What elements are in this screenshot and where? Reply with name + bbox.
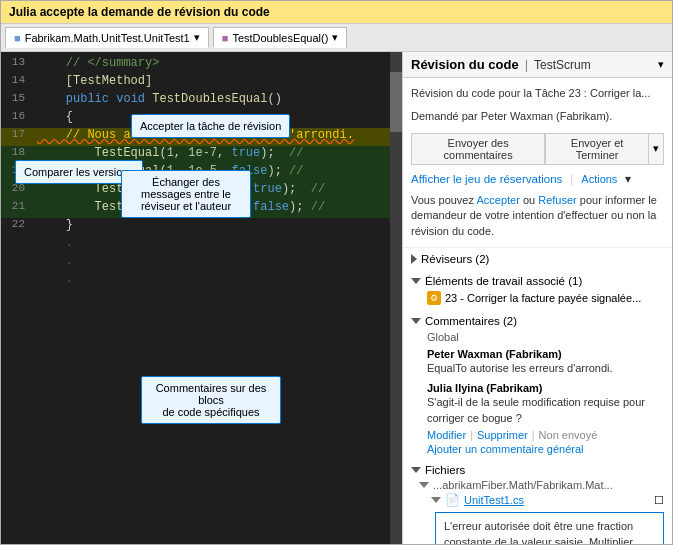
work-item-text[interactable]: 23 - Corriger la facture payée signalée.… — [445, 292, 641, 304]
tab-unittest-icon: ■ — [14, 32, 21, 44]
comment-2: Julia Ilyina (Fabrikam) S'agit-il de la … — [427, 379, 664, 441]
code-line-14: 14 [TestMethod] — [1, 74, 402, 92]
file-path-triangle — [419, 482, 429, 488]
file-checkbox[interactable]: ☐ — [654, 494, 664, 507]
callout-comments-text: Commentaires sur des blocsde code spécif… — [156, 382, 267, 418]
code-line-15: 15 public void TestDoublesEqual() — [1, 92, 402, 110]
code-line-dots1: . — [1, 236, 402, 254]
title-text: Julia accepte la demande de révision du … — [9, 5, 270, 19]
scrollbar-thumb[interactable] — [390, 72, 402, 132]
code-line-dots3: . — [1, 272, 402, 290]
work-item-1: ⚙ 23 - Corriger la facture payée signalé… — [427, 289, 664, 307]
modify-link[interactable]: Modifier — [427, 429, 466, 441]
comments-content: Global Peter Waxman (Fabrikam) EqualTo a… — [411, 329, 664, 457]
file-callout-text: L'erreur autorisée doit être une fractio… — [444, 520, 633, 544]
actions-link[interactable]: Actions — [581, 173, 617, 185]
accept-link[interactable]: Accepter — [476, 194, 519, 206]
file-cs-icon: 📄 — [445, 493, 460, 507]
accept-refuse-text: Vous pouvez Accepter ou Refuser pour inf… — [411, 189, 664, 243]
tab-unittest-dropdown[interactable]: ▾ — [194, 31, 200, 44]
files-header[interactable]: Fichiers — [411, 462, 664, 478]
code-line-13: 13 // </summary> — [1, 56, 402, 74]
comments-header[interactable]: Commentaires (2) — [411, 313, 664, 329]
scrollbar-track[interactable] — [390, 52, 402, 544]
callout-accept: Accepter la tâche de révision — [131, 114, 290, 138]
comments-triangle — [411, 318, 421, 324]
right-panel-dropdown[interactable]: ▾ — [658, 58, 664, 71]
tab-testdoubles[interactable]: ■ TestDoublesEqual() ▾ — [213, 27, 348, 48]
not-sent-status: Non envoyé — [539, 429, 598, 441]
filename-link[interactable]: UnitTest1.cs — [464, 494, 524, 506]
send-buttons-row: Envoyer des commentaires Envoyer et Term… — [411, 129, 664, 169]
files-label: Fichiers — [425, 464, 465, 476]
callout-compare-text: Comparer les versions — [24, 166, 134, 178]
work-items-content: ⚙ 23 - Corriger la facture payée signalé… — [411, 289, 664, 307]
send-finish-dropdown[interactable]: ▾ — [649, 133, 664, 165]
left-panel: 13 // </summary> 14 [TestMethod] 15 publ… — [1, 52, 402, 544]
right-panel: Révision du code | TestScrum ▾ Révision … — [402, 52, 672, 544]
file-path-text: ...abrikamFiber.Math/Fabrikam.Mat... — [433, 479, 613, 491]
work-item-icon: ⚙ — [427, 291, 441, 305]
callout-exchange: Échanger des messages entre le réviseur … — [121, 170, 251, 218]
callout-exchange-text: Échanger des messages entre le réviseur … — [141, 176, 231, 212]
files-section: Fichiers ...abrikamFiber.Math/Fabrikam.M… — [403, 460, 672, 544]
info-line1: Révision du code pour la Tâche 23 : Corr… — [411, 82, 664, 105]
reviewers-header[interactable]: Réviseurs (2) — [411, 251, 664, 267]
comment-2-text: S'agit-il de la seule modification requi… — [427, 394, 664, 429]
right-panel-subtitle: TestScrum — [534, 58, 591, 72]
work-items-section: Éléments de travail associé (1) ⚙ 23 - C… — [403, 270, 672, 310]
right-panel-header: Révision du code | TestScrum ▾ — [403, 52, 672, 78]
tab-testdoubles-icon: ■ — [222, 32, 229, 44]
comments-section: Commentaires (2) Global Peter Waxman (Fa… — [403, 310, 672, 460]
code-line-22: 22 } — [1, 218, 402, 236]
reviewers-triangle — [411, 254, 417, 264]
code-line-dots2: . — [1, 254, 402, 272]
file-unittest-triangle — [431, 497, 441, 503]
right-panel-title: Révision du code — [411, 57, 519, 72]
send-finish-button[interactable]: Envoyer et Terminer — [545, 133, 649, 165]
reviewers-section: Réviseurs (2) — [403, 248, 672, 270]
work-items-label: Éléments de travail associé (1) — [425, 275, 582, 287]
tab-unittest-label: Fabrikam.Math.UnitTest.UnitTest1 — [25, 32, 190, 44]
reviewers-label: Réviseurs (2) — [421, 253, 489, 265]
global-label: Global — [427, 329, 664, 345]
file-tree: ...abrikamFiber.Math/Fabrikam.Mat... 📄 U… — [411, 478, 664, 544]
add-comment-link[interactable]: Ajouter un commentaire général — [427, 441, 664, 457]
tab-testdoubles-dropdown[interactable]: ▾ — [332, 31, 338, 44]
work-items-header[interactable]: Éléments de travail associé (1) — [411, 273, 664, 289]
work-items-triangle — [411, 278, 421, 284]
comment-1: Peter Waxman (Fabrikam) EqualTo autorise… — [427, 345, 664, 379]
delete-link[interactable]: Supprimer — [477, 429, 528, 441]
callout-accept-text: Accepter la tâche de révision — [140, 120, 281, 132]
comments-label: Commentaires (2) — [425, 315, 517, 327]
file-item-unittest: 📄 UnitTest1.cs ☐ — [419, 492, 664, 508]
right-panel-divider: | — [525, 57, 528, 72]
send-comments-button[interactable]: Envoyer des commentaires — [411, 133, 545, 165]
actions-dropdown-icon[interactable]: ▾ — [625, 172, 631, 186]
comment-1-author: Peter Waxman (Fabrikam) — [427, 345, 664, 360]
main-window: Julia accepte la demande de révision du … — [0, 0, 673, 545]
file-path-item: ...abrikamFiber.Math/Fabrikam.Mat... — [419, 478, 664, 492]
links-row: Afficher le jeu de réservations | Action… — [411, 169, 664, 189]
content-area: 13 // </summary> 14 [TestMethod] 15 publ… — [1, 52, 672, 544]
comment-2-author: Julia Ilyina (Fabrikam) — [427, 379, 664, 394]
tab-testdoubles-label: TestDoublesEqual() — [232, 32, 328, 44]
comment-1-text: EqualTo autorise les erreurs d'arrondi. — [427, 360, 664, 379]
comment-2-actions: Modifier | Supprimer | Non envoyé — [427, 429, 664, 441]
tab-bar: ■ Fabrikam.Math.UnitTest.UnitTest1 ▾ ■ T… — [1, 24, 672, 52]
info-line2: Demandé par Peter Waxman (Fabrikam). — [411, 105, 664, 128]
files-triangle — [411, 467, 421, 473]
tab-unittest[interactable]: ■ Fabrikam.Math.UnitTest.UnitTest1 ▾ — [5, 27, 209, 48]
title-bar: Julia accepte la demande de révision du … — [1, 1, 672, 24]
info-section: Révision du code pour la Tâche 23 : Corr… — [403, 78, 672, 248]
file-callout: L'erreur autorisée doit être une fractio… — [435, 512, 664, 544]
callout-comments: Commentaires sur des blocsde code spécif… — [141, 376, 281, 424]
refuse-link[interactable]: Refuser — [538, 194, 577, 206]
reservations-link[interactable]: Afficher le jeu de réservations — [411, 173, 562, 185]
